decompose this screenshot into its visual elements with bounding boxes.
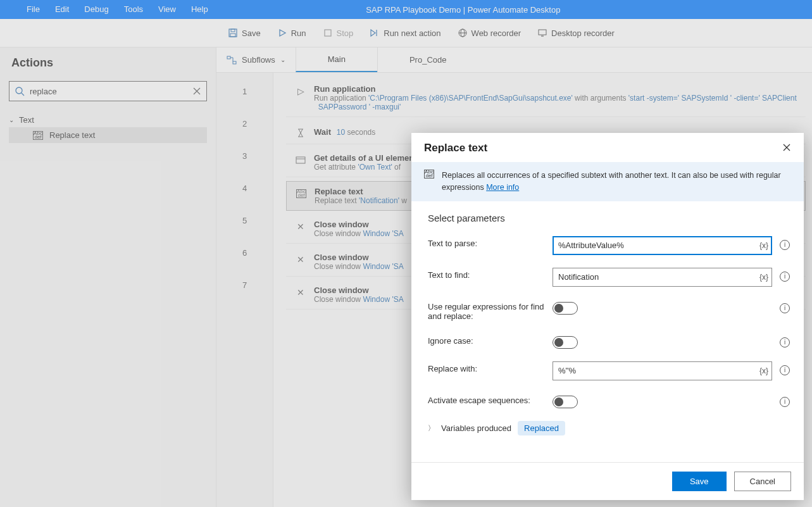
label-ignore-case: Ignore case: xyxy=(428,334,545,346)
close-dialog-icon[interactable] xyxy=(782,143,792,153)
input-text-to-find[interactable] xyxy=(553,268,772,287)
replace-text-dialog: Replace text Abcdef Replaces all occurre… xyxy=(411,133,804,500)
dialog-title: Replace text xyxy=(424,142,487,154)
input-text-to-parse[interactable] xyxy=(553,236,772,255)
chevron-right-icon: 〉 xyxy=(428,423,435,433)
info-icon[interactable]: i xyxy=(780,397,790,407)
select-parameters-heading: Select parameters xyxy=(428,213,790,223)
dialog-info-banner: Abcdef Replaces all occurrences of a spe… xyxy=(411,162,804,201)
info-icon[interactable]: i xyxy=(780,303,790,313)
label-replace-with: Replace with: xyxy=(428,361,545,373)
toggle-use-regex[interactable] xyxy=(553,302,578,315)
variables-produced-label: Variables produced xyxy=(441,423,511,433)
cancel-button[interactable]: Cancel xyxy=(734,472,791,491)
label-escape-sequences: Activate escape sequences: xyxy=(428,393,545,405)
more-info-link[interactable]: More info xyxy=(486,183,519,192)
variable-picker-icon[interactable]: {x} xyxy=(759,273,768,282)
variable-picker-icon[interactable]: {x} xyxy=(759,366,768,375)
toggle-ignore-case[interactable] xyxy=(553,336,578,349)
info-icon[interactable]: i xyxy=(780,240,790,250)
info-icon[interactable]: i xyxy=(780,272,790,282)
variable-picker-icon[interactable]: {x} xyxy=(759,241,768,250)
label-use-regex: Use regular expressions for find and rep… xyxy=(428,299,545,321)
info-icon[interactable]: i xyxy=(780,337,790,347)
save-button[interactable]: Save xyxy=(672,472,727,491)
variables-produced-row[interactable]: 〉 Variables produced Replaced xyxy=(428,421,790,435)
toggle-escape[interactable] xyxy=(553,396,578,408)
label-text-to-parse: Text to parse: xyxy=(428,236,545,248)
label-text-to-find: Text to find: xyxy=(428,268,545,280)
replace-text-icon: Abcdef xyxy=(424,170,434,178)
info-icon[interactable]: i xyxy=(780,365,790,375)
input-replace-with[interactable] xyxy=(553,361,772,380)
variable-pill-replaced[interactable]: Replaced xyxy=(518,421,565,435)
